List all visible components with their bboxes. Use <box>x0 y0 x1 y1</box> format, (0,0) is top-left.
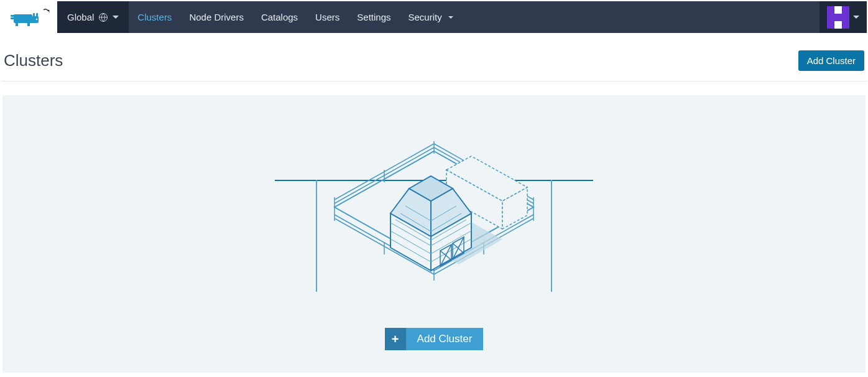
add-cluster-cta-label: Add Cluster <box>406 328 484 350</box>
svg-rect-2 <box>11 15 14 17</box>
nav-clusters[interactable]: Clusters <box>129 1 180 33</box>
barn-illustration-icon <box>316 126 552 300</box>
plus-icon: + <box>385 328 406 350</box>
nav-users[interactable]: Users <box>307 1 348 33</box>
chevron-down-icon <box>448 16 453 19</box>
add-cluster-button[interactable]: Add Cluster <box>798 50 864 71</box>
svg-text:®: ® <box>48 10 50 14</box>
empty-state: + Add Cluster <box>2 95 866 373</box>
scope-label: Global <box>67 12 94 22</box>
svg-rect-3 <box>11 17 14 19</box>
chevron-down-icon <box>853 16 859 19</box>
svg-point-8 <box>36 18 37 19</box>
add-cluster-cta[interactable]: + Add Cluster <box>385 328 484 350</box>
svg-rect-6 <box>33 13 35 17</box>
empty-state-illustration <box>275 126 593 294</box>
brand-logo[interactable]: ® <box>1 1 57 33</box>
svg-rect-4 <box>16 22 18 26</box>
scope-selector[interactable]: Global <box>57 1 129 33</box>
nav-settings[interactable]: Settings <box>348 1 399 33</box>
cow-logo-icon: ® <box>9 8 50 27</box>
primary-nav: Clusters Node Drivers Catalogs Users Set… <box>129 1 820 33</box>
top-navigation-bar: ® Global Clusters Node Drivers Catalogs … <box>1 1 867 33</box>
page-header: Clusters Add Cluster <box>1 33 867 81</box>
svg-rect-0 <box>14 14 32 23</box>
user-menu[interactable] <box>820 1 867 33</box>
nav-catalogs[interactable]: Catalogs <box>252 1 307 33</box>
nav-node-drivers[interactable]: Node Drivers <box>180 1 252 33</box>
chevron-down-icon <box>113 16 119 19</box>
page-title: Clusters <box>4 51 63 70</box>
svg-rect-7 <box>36 13 38 17</box>
avatar <box>827 6 849 29</box>
nav-security[interactable]: Security <box>399 1 461 33</box>
svg-rect-5 <box>27 22 30 26</box>
globe-icon <box>99 13 108 22</box>
